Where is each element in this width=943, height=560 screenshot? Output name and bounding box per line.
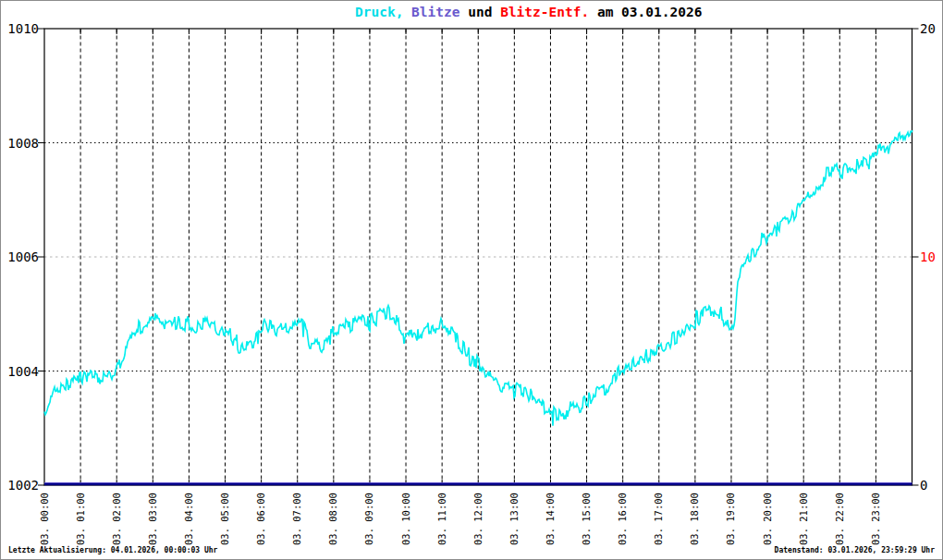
- x-axis-tick-label: 03. 01:00: [76, 493, 86, 545]
- chart-title: Druck, Blitze und Blitz-Entf. am 03.01.2…: [355, 5, 702, 19]
- x-axis-tick-label: 03. 15:00: [582, 493, 592, 545]
- title-part-druck: Druck,: [355, 5, 403, 19]
- x-axis-tick-label: 03. 09:00: [364, 493, 374, 545]
- x-axis-tick-label: 03. 19:00: [726, 493, 736, 545]
- title-part-date: am 03.01.2026: [589, 5, 702, 19]
- x-axis-tick-label: 03. 02:00: [112, 493, 122, 545]
- x-axis-tick-label: 03. 22:00: [835, 493, 845, 545]
- left-axis-tick-label: 1010: [1, 21, 39, 36]
- title-part-und: und: [460, 5, 501, 19]
- plot-area: [1, 1, 943, 560]
- chart-canvas: Druck, Blitze und Blitz-Entf. am 03.01.2…: [0, 0, 943, 560]
- x-axis-tick-label: 03. 03:00: [148, 493, 158, 545]
- title-part-blitze: Blitze: [403, 5, 459, 19]
- x-axis-tick-label: 03. 21:00: [799, 493, 809, 545]
- left-axis-tick-label: 1008: [1, 136, 39, 151]
- x-axis-tick-label: 03. 08:00: [328, 493, 338, 545]
- x-axis-tick-label: 03. 16:00: [618, 493, 628, 545]
- last-update-text: Letzte Aktualisierung: 04.01.2026, 00:00…: [8, 546, 217, 554]
- x-axis-tick-label: 03. 00:00: [40, 493, 50, 545]
- x-axis-tick-label: 03. 18:00: [690, 493, 700, 545]
- x-axis-tick-label: 03. 06:00: [256, 493, 266, 545]
- x-axis-tick-label: 03. 04:00: [184, 493, 194, 545]
- x-axis-tick-label: 03. 11:00: [437, 493, 447, 545]
- x-axis-tick-label: 03. 07:00: [292, 493, 302, 545]
- x-axis-tick-label: 03. 23:00: [871, 493, 881, 545]
- x-axis-tick-label: 03. 14:00: [545, 493, 556, 545]
- x-axis-tick-label: 03. 10:00: [401, 493, 411, 545]
- left-axis-tick-label: 1006: [1, 250, 39, 264]
- x-axis-tick-label: 03. 12:00: [473, 493, 484, 545]
- data-timestamp-text: Datenstand: 03.01.2026, 23:59:29 Uhr: [775, 546, 935, 554]
- right-axis-tick-label: 20: [920, 21, 936, 36]
- right-axis-tick-label: 0: [920, 478, 927, 493]
- x-axis-tick-label: 03. 05:00: [220, 493, 230, 545]
- left-axis-tick-label: 1002: [1, 478, 39, 493]
- x-axis-tick-label: 03. 13:00: [509, 493, 520, 545]
- x-axis-tick-label: 03. 20:00: [763, 493, 773, 545]
- title-part-blitzentf: Blitz-Entf.: [500, 5, 589, 19]
- x-axis-tick-label: 03. 17:00: [654, 493, 664, 545]
- right-axis-tick-label: 10: [920, 250, 936, 264]
- left-axis-tick-label: 1004: [1, 364, 39, 379]
